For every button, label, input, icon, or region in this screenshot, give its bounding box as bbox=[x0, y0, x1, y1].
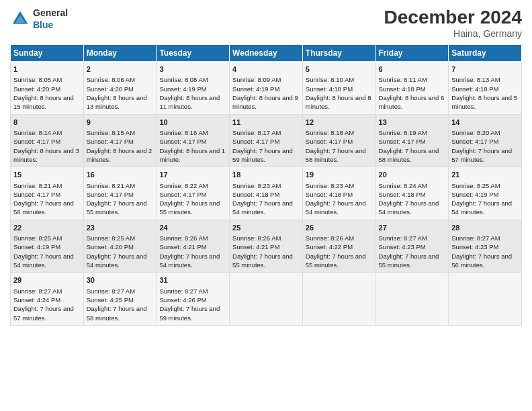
calendar-week-row: 22 Sunrise: 8:25 AM Sunset: 4:19 PM Dayl… bbox=[11, 220, 522, 273]
sunrise-text: Sunrise: 8:05 AM bbox=[13, 76, 62, 83]
sunset-text: Sunset: 4:17 PM bbox=[306, 138, 353, 145]
daylight-text: Daylight: 7 hours and 56 minutes. bbox=[13, 199, 74, 216]
table-row: 9 Sunrise: 8:15 AM Sunset: 4:17 PM Dayli… bbox=[83, 114, 157, 167]
day-number: 30 bbox=[87, 275, 154, 285]
table-row: 25 Sunrise: 8:26 AM Sunset: 4:21 PM Dayl… bbox=[230, 220, 303, 273]
table-row: 20 Sunrise: 8:24 AM Sunset: 4:18 PM Dayl… bbox=[375, 167, 449, 220]
table-row: 23 Sunrise: 8:25 AM Sunset: 4:20 PM Dayl… bbox=[83, 220, 157, 273]
table-row: 1 Sunrise: 8:05 AM Sunset: 4:20 PM Dayli… bbox=[11, 62, 84, 115]
daylight-text: Daylight: 8 hours and 3 minutes. bbox=[13, 147, 79, 163]
calendar-table: Sunday Monday Tuesday Wednesday Thursday… bbox=[10, 44, 522, 326]
table-row: 15 Sunrise: 8:21 AM Sunset: 4:17 PM Dayl… bbox=[11, 167, 84, 220]
col-friday: Friday bbox=[375, 45, 449, 62]
table-row: 8 Sunrise: 8:14 AM Sunset: 4:17 PM Dayli… bbox=[11, 114, 84, 167]
sunrise-text: Sunrise: 8:27 AM bbox=[87, 287, 135, 295]
day-number: 31 bbox=[159, 275, 226, 285]
day-number: 28 bbox=[451, 223, 519, 233]
day-number: 12 bbox=[306, 118, 373, 128]
day-number: 2 bbox=[87, 64, 154, 75]
day-number: 11 bbox=[232, 118, 300, 128]
day-number: 6 bbox=[379, 64, 446, 75]
day-number: 17 bbox=[159, 170, 226, 180]
sunrise-text: Sunrise: 8:08 AM bbox=[159, 76, 208, 83]
sunrise-text: Sunrise: 8:27 AM bbox=[159, 287, 208, 295]
daylight-text: Daylight: 7 hours and 54 minutes. bbox=[306, 199, 366, 216]
table-row: 5 Sunrise: 8:10 AM Sunset: 4:18 PM Dayli… bbox=[302, 62, 375, 115]
daylight-text: Daylight: 8 hours and 8 minutes. bbox=[306, 94, 371, 110]
sunset-text: Sunset: 4:24 PM bbox=[13, 296, 60, 304]
day-number: 5 bbox=[306, 64, 373, 75]
logo: General Blue bbox=[10, 7, 68, 31]
table-row: 29 Sunrise: 8:27 AM Sunset: 4:24 PM Dayl… bbox=[11, 273, 84, 326]
sunrise-text: Sunrise: 8:21 AM bbox=[87, 182, 135, 189]
table-row bbox=[230, 273, 303, 326]
sunset-text: Sunset: 4:19 PM bbox=[159, 85, 206, 93]
day-number: 23 bbox=[87, 223, 154, 233]
table-row: 22 Sunrise: 8:25 AM Sunset: 4:19 PM Dayl… bbox=[11, 220, 84, 273]
table-row: 17 Sunrise: 8:22 AM Sunset: 4:17 PM Dayl… bbox=[157, 167, 230, 220]
daylight-text: Daylight: 7 hours and 54 minutes. bbox=[232, 199, 293, 216]
col-thursday: Thursday bbox=[302, 45, 375, 62]
daylight-text: Daylight: 7 hours and 58 minutes. bbox=[306, 147, 366, 163]
day-number: 20 bbox=[379, 170, 446, 180]
sunset-text: Sunset: 4:18 PM bbox=[306, 191, 353, 198]
sunrise-text: Sunrise: 8:19 AM bbox=[379, 129, 427, 136]
daylight-text: Daylight: 7 hours and 57 minutes. bbox=[13, 305, 74, 321]
sunrise-text: Sunrise: 8:22 AM bbox=[159, 182, 208, 189]
sunset-text: Sunset: 4:17 PM bbox=[13, 191, 60, 198]
table-row: 14 Sunrise: 8:20 AM Sunset: 4:17 PM Dayl… bbox=[449, 114, 522, 167]
sunset-text: Sunset: 4:26 PM bbox=[159, 296, 206, 304]
day-number: 29 bbox=[13, 275, 81, 285]
col-wednesday: Wednesday bbox=[230, 45, 303, 62]
day-number: 24 bbox=[159, 223, 226, 233]
sunrise-text: Sunrise: 8:09 AM bbox=[232, 76, 281, 83]
table-row: 30 Sunrise: 8:27 AM Sunset: 4:25 PM Dayl… bbox=[83, 273, 157, 326]
sunrise-text: Sunrise: 8:25 AM bbox=[13, 234, 62, 242]
sunset-text: Sunset: 4:17 PM bbox=[232, 138, 279, 145]
daylight-text: Daylight: 8 hours and 6 minutes. bbox=[379, 94, 445, 110]
col-tuesday: Tuesday bbox=[157, 45, 230, 62]
table-row: 6 Sunrise: 8:11 AM Sunset: 4:18 PM Dayli… bbox=[375, 62, 449, 115]
sunrise-text: Sunrise: 8:17 AM bbox=[232, 129, 281, 136]
table-row: 18 Sunrise: 8:23 AM Sunset: 4:18 PM Dayl… bbox=[230, 167, 303, 220]
day-number: 16 bbox=[87, 170, 154, 180]
daylight-text: Daylight: 7 hours and 56 minutes. bbox=[451, 253, 512, 269]
daylight-text: Daylight: 7 hours and 55 minutes. bbox=[232, 253, 293, 269]
sunset-text: Sunset: 4:18 PM bbox=[451, 85, 498, 93]
table-row: 26 Sunrise: 8:26 AM Sunset: 4:22 PM Dayl… bbox=[302, 220, 375, 273]
sunset-text: Sunset: 4:25 PM bbox=[87, 296, 134, 304]
table-row bbox=[375, 273, 449, 326]
daylight-text: Daylight: 7 hours and 54 minutes. bbox=[87, 253, 147, 269]
sunset-text: Sunset: 4:17 PM bbox=[159, 138, 206, 145]
day-number: 27 bbox=[379, 223, 446, 233]
sunset-text: Sunset: 4:17 PM bbox=[451, 138, 498, 145]
sunset-text: Sunset: 4:22 PM bbox=[306, 243, 353, 250]
daylight-text: Daylight: 7 hours and 54 minutes. bbox=[13, 253, 74, 269]
sunrise-text: Sunrise: 8:27 AM bbox=[13, 287, 62, 295]
daylight-text: Daylight: 7 hours and 54 minutes. bbox=[159, 253, 220, 269]
sunrise-text: Sunrise: 8:13 AM bbox=[451, 76, 500, 83]
daylight-text: Daylight: 7 hours and 59 minutes. bbox=[232, 147, 293, 163]
sunrise-text: Sunrise: 8:15 AM bbox=[87, 129, 135, 136]
sunset-text: Sunset: 4:17 PM bbox=[87, 138, 134, 145]
table-row: 21 Sunrise: 8:25 AM Sunset: 4:19 PM Dayl… bbox=[449, 167, 522, 220]
sunset-text: Sunset: 4:17 PM bbox=[13, 138, 60, 145]
col-monday: Monday bbox=[83, 45, 157, 62]
sunrise-text: Sunrise: 8:25 AM bbox=[451, 182, 500, 189]
logo-text: General Blue bbox=[33, 7, 68, 31]
sunset-text: Sunset: 4:18 PM bbox=[232, 191, 279, 198]
sunrise-text: Sunrise: 8:20 AM bbox=[451, 129, 500, 136]
sunrise-text: Sunrise: 8:18 AM bbox=[306, 129, 354, 136]
table-row: 11 Sunrise: 8:17 AM Sunset: 4:17 PM Dayl… bbox=[230, 114, 303, 167]
table-row: 27 Sunrise: 8:27 AM Sunset: 4:23 PM Dayl… bbox=[375, 220, 449, 273]
table-row: 24 Sunrise: 8:26 AM Sunset: 4:21 PM Dayl… bbox=[157, 220, 230, 273]
day-number: 13 bbox=[379, 118, 446, 128]
sunrise-text: Sunrise: 8:23 AM bbox=[306, 182, 354, 189]
sunrise-text: Sunrise: 8:10 AM bbox=[306, 76, 354, 83]
sunset-text: Sunset: 4:18 PM bbox=[379, 191, 426, 198]
daylight-text: Daylight: 8 hours and 15 minutes. bbox=[13, 94, 74, 110]
sunset-text: Sunset: 4:20 PM bbox=[13, 85, 60, 93]
daylight-text: Daylight: 7 hours and 59 minutes. bbox=[159, 305, 220, 321]
logo-general: General bbox=[33, 7, 68, 18]
sunrise-text: Sunrise: 8:06 AM bbox=[87, 76, 135, 83]
